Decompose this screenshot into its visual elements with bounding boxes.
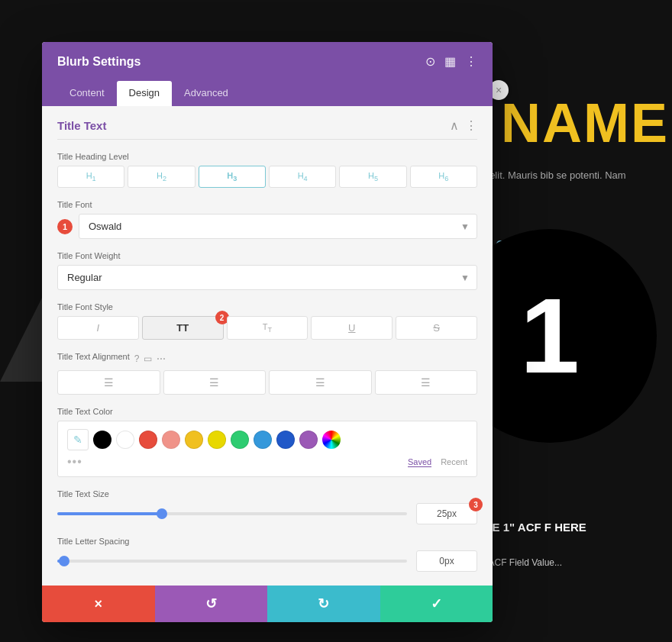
more-icon[interactable]: ⋮ (465, 54, 477, 69)
heading-h4[interactable]: H4 (269, 166, 336, 188)
style-bold[interactable]: TT 2 (142, 316, 224, 340)
text-size-slider-row: 25px 3 (57, 503, 477, 524)
color-picker: ✎ ••• Saved Rece (57, 421, 477, 477)
letter-spacing-label: Title Letter Spacing (57, 537, 477, 546)
text-size-thumb[interactable] (157, 508, 167, 519)
font-style-buttons: I TT 2 TT U S (57, 316, 477, 340)
alignment-device-icon[interactable]: ▭ (144, 353, 152, 364)
font-style-row: Title Font Style I TT 2 TT U S (57, 302, 477, 340)
letter-spacing-slider-container (57, 560, 407, 563)
alignment-label-row: Title Text Alignment ? ▭ ⋯ (57, 352, 477, 366)
font-row: Title Font 1 Oswald Arial Georgia Roboto… (57, 200, 477, 239)
alignment-more-icon[interactable]: ⋯ (157, 353, 166, 364)
font-weight-select-wrapper: Regular Bold Light Medium ▼ (57, 265, 477, 290)
text-size-track (57, 512, 407, 515)
columns-icon[interactable]: ▦ (444, 54, 456, 69)
align-center[interactable]: ☰ (163, 370, 267, 395)
heading-h5[interactable]: H5 (339, 166, 406, 188)
text-alignment-row: Title Text Alignment ? ▭ ⋯ ☰ ☰ ☰ ☰ (57, 352, 477, 395)
section-header: Title Text ∧ ⋮ (57, 118, 477, 140)
style-italic[interactable]: I (57, 316, 139, 340)
section-more-icon[interactable]: ⋮ (465, 118, 477, 133)
color-green[interactable] (231, 431, 249, 449)
settings-icon[interactable]: ⊙ (425, 54, 435, 69)
modal-body: Title Text ∧ ⋮ Title Heading Level H1 H2… (42, 106, 493, 586)
font-style-label: Title Font Style (57, 302, 477, 311)
color-yellow[interactable] (185, 431, 203, 449)
alignment-buttons: ☰ ☰ ☰ ☰ (57, 370, 477, 395)
size-badge: 3 (469, 498, 483, 511)
color-purple[interactable] (299, 431, 318, 449)
color-red2[interactable] (162, 431, 180, 449)
alignment-label: Title Text Alignment (57, 352, 130, 361)
header-icons: ⊙ ▦ ⋮ (425, 54, 477, 69)
tab-content[interactable]: Content (57, 81, 117, 106)
font-weight-select[interactable]: Regular Bold Light Medium (57, 265, 477, 290)
align-left[interactable]: ☰ (57, 370, 160, 395)
tab-advanced[interactable]: Advanced (172, 81, 241, 106)
letter-spacing-value: 0px (416, 550, 477, 572)
heading-level-row: Title Heading Level H1 H2 H3 H4 H5 H6 (57, 152, 477, 188)
section-title: Title Text (57, 119, 106, 132)
font-weight-label: Title Font Weight (57, 251, 477, 260)
cancel-button[interactable]: × (42, 586, 155, 622)
color-tabs: Saved Recent (408, 457, 467, 467)
color-tab-recent[interactable]: Recent (441, 457, 467, 467)
heading-h3[interactable]: H3 (199, 166, 266, 188)
color-gradient-swatch[interactable] (322, 431, 341, 449)
font-badge: 1 (57, 219, 73, 234)
save-button[interactable]: ✓ (380, 586, 493, 622)
reset-icon: ↺ (205, 595, 217, 612)
align-right[interactable]: ☰ (269, 370, 372, 395)
tab-design[interactable]: Design (117, 81, 172, 106)
eyedropper-icon[interactable]: ✎ (67, 429, 89, 450)
heading-level-label: Title Heading Level (57, 152, 477, 161)
color-black[interactable] (93, 431, 111, 449)
color-swatches: ✎ (67, 429, 467, 450)
letter-spacing-row: Title Letter Spacing 0px (57, 537, 477, 572)
color-yellow2[interactable] (208, 431, 226, 449)
text-color-row: Title Text Color ✎ ••• (57, 407, 477, 477)
modal-header: Blurb Settings ⊙ ▦ ⋮ (42, 42, 493, 81)
color-tab-saved[interactable]: Saved (408, 457, 431, 467)
heading-level-buttons: H1 H2 H3 H4 H5 H6 (57, 166, 477, 188)
text-size-value: 25px 3 (416, 503, 477, 524)
heading-h2[interactable]: H2 (128, 166, 195, 188)
text-color-label: Title Text Color (57, 407, 477, 416)
heading-h6[interactable]: H6 (410, 166, 477, 188)
circle-number: 1 (520, 274, 580, 398)
letter-spacing-track (57, 560, 407, 563)
modal-tabs: Content Design Advanced (42, 81, 493, 106)
style-strikethrough[interactable]: S (396, 316, 477, 340)
align-justify[interactable]: ☰ (375, 370, 478, 395)
text-size-label: Title Text Size (57, 489, 477, 498)
collapse-icon[interactable]: ∧ (450, 118, 459, 133)
redo-icon: ↻ (318, 595, 329, 612)
style-uppercase[interactable]: TT (227, 316, 309, 340)
redo-button[interactable]: ↻ (267, 586, 380, 622)
font-select-wrapper: 1 Oswald Arial Georgia Roboto ▼ (57, 214, 477, 239)
save-icon: ✓ (431, 595, 442, 612)
text-size-row: Title Text Size 25px 3 (57, 489, 477, 524)
modal-footer: × ↺ ↻ ✓ (42, 586, 493, 622)
alignment-help-icon[interactable]: ? (134, 353, 140, 364)
cancel-icon: × (94, 596, 102, 612)
color-darkblue[interactable] (276, 431, 295, 449)
font-label: Title Font (57, 200, 477, 209)
color-red[interactable] (139, 431, 157, 449)
color-white[interactable] (116, 431, 134, 449)
section-actions: ∧ ⋮ (450, 118, 477, 133)
text-size-slider-container (57, 512, 407, 515)
letter-spacing-thumb[interactable] (59, 556, 69, 566)
color-blue[interactable] (254, 431, 272, 449)
reset-button[interactable]: ↺ (155, 586, 268, 622)
modal-title: Blurb Settings (57, 55, 141, 69)
heading-h1[interactable]: H1 (57, 166, 124, 188)
color-more-dots[interactable]: ••• (67, 455, 82, 469)
letter-spacing-slider-row: 0px (57, 550, 477, 572)
font-weight-row: Title Font Weight Regular Bold Light Med… (57, 251, 477, 290)
style-underline[interactable]: U (311, 316, 393, 340)
blurb-settings-modal: Blurb Settings ⊙ ▦ ⋮ Content Design Adva… (42, 42, 493, 622)
font-select[interactable]: Oswald Arial Georgia Roboto (79, 214, 477, 239)
